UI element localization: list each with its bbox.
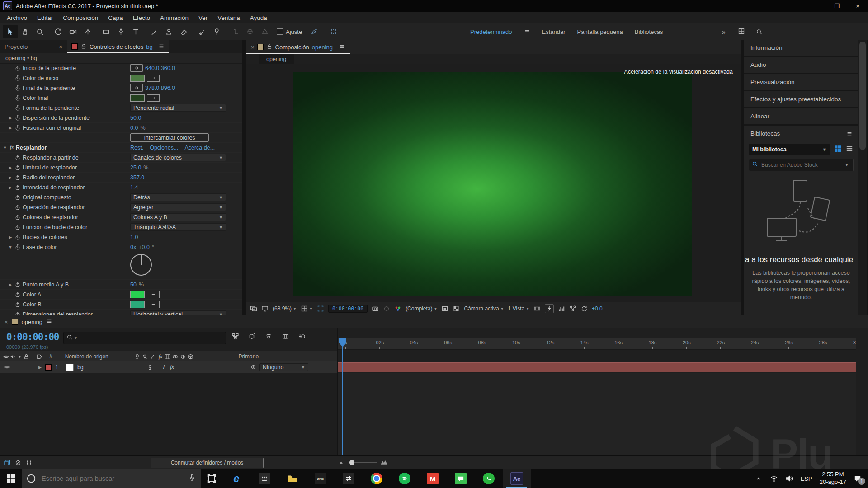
hidden-icons-chevron[interactable] — [755, 474, 763, 483]
effects-switch[interactable]: fx — [170, 364, 174, 371]
braces-button-icon[interactable] — [25, 459, 33, 466]
flowchart-icon[interactable] — [231, 333, 239, 340]
take-snapshot[interactable] — [372, 305, 379, 312]
show-channel[interactable] — [394, 305, 401, 312]
composition-image[interactable] — [293, 72, 692, 296]
roto-brush-tool[interactable] — [194, 25, 209, 38]
angle-dial[interactable] — [130, 254, 152, 276]
property-value[interactable]: 1.4 — [130, 184, 138, 191]
main-view-toggle[interactable] — [261, 305, 269, 312]
property-dropdown[interactable]: Canales de colores▼ — [130, 154, 226, 161]
close-icon[interactable]: × — [5, 319, 8, 325]
grid-view-icon[interactable] — [834, 145, 842, 153]
solo-column-icon[interactable] — [16, 353, 23, 360]
taskbar-app-sync-arrows[interactable] — [335, 469, 363, 488]
workspace-estándar[interactable]: Estándar — [542, 28, 566, 35]
property-dropdown[interactable]: Agregar▼ — [130, 203, 226, 211]
flowchart-button[interactable] — [569, 305, 576, 312]
stopwatch-icon[interactable] — [14, 85, 21, 91]
libraries-menu-icon[interactable] — [846, 131, 853, 137]
lock-icon[interactable] — [266, 43, 273, 50]
speaker-column-icon[interactable] — [9, 353, 16, 360]
maximize-button[interactable]: ❐ — [826, 0, 847, 12]
scrollbar-thumb[interactable] — [859, 42, 866, 150]
layer-expander-icon[interactable]: ▶ — [38, 365, 42, 370]
workspace-bar-icon[interactable] — [738, 28, 745, 35]
lock-column-icon[interactable] — [23, 353, 30, 360]
motion-blur-icon[interactable] — [298, 333, 306, 340]
close-icon[interactable]: × — [59, 43, 62, 50]
property-value[interactable]: 50.0 — [130, 115, 141, 121]
adobe-stock-search[interactable]: ▼ — [749, 159, 854, 171]
color-swatch[interactable] — [130, 75, 145, 82]
stopwatch-icon[interactable] — [14, 204, 21, 211]
exposure-value[interactable]: +0.0 — [592, 305, 603, 312]
workspace-bibliotecas[interactable]: Bibliotecas — [635, 28, 663, 35]
stopwatch-icon[interactable] — [14, 125, 21, 131]
effect-link-acercade[interactable]: Acerca de... — [184, 145, 215, 151]
microphone-icon[interactable] — [188, 474, 196, 482]
stopwatch-icon[interactable] — [14, 105, 21, 111]
taskbar-app-zinio[interactable]: zinio — [307, 469, 335, 488]
layer-duration-bar[interactable] — [338, 362, 856, 372]
menu-ayuda[interactable]: Ayuda — [245, 12, 272, 23]
panel-menu-icon[interactable] — [158, 43, 165, 49]
panel-efectos-y-ajustes-preestablecidos[interactable]: Efectos y ajustes preestablecidos — [744, 91, 858, 108]
swap-colors-button[interactable]: Intercambiar colores — [130, 133, 209, 142]
property-value[interactable]: 357.0 — [130, 174, 144, 181]
layer-label-swatch[interactable] — [45, 364, 52, 371]
panel-audio[interactable]: Audio — [744, 57, 858, 74]
zoom-slider-thumb[interactable] — [349, 460, 354, 465]
minimize-button[interactable]: − — [806, 0, 826, 12]
view-layout-dropdown[interactable]: 1 Vista▼ — [508, 305, 529, 312]
property-value[interactable]: 640.0,360.0 — [145, 65, 175, 71]
pixel-aspect-toggle[interactable] — [533, 305, 541, 312]
expander-icon[interactable]: ▶ — [7, 175, 14, 180]
layer-row-bg[interactable]: ▶1bg/fxNinguno▼ — [0, 361, 337, 373]
search-scope-dropdown[interactable]: ▼ — [842, 160, 851, 169]
show-snapshot[interactable] — [383, 305, 390, 312]
camera-tool[interactable] — [66, 25, 80, 38]
region-of-interest[interactable] — [317, 305, 324, 312]
expander-icon[interactable]: ▶ — [7, 185, 14, 190]
stopwatch-icon[interactable] — [14, 214, 21, 221]
camera-dropdown[interactable]: Cámara activa▼ — [464, 305, 504, 312]
current-time-display[interactable]: 0:00:00:00 — [6, 332, 59, 343]
taskbar-app-explorer[interactable] — [278, 469, 307, 488]
composition-viewer[interactable]: Aceleración de la visualización desactiv… — [246, 64, 741, 302]
start-button[interactable] — [0, 469, 22, 488]
color-swatch[interactable] — [130, 301, 145, 308]
taskbar-app-messenger-green[interactable] — [447, 469, 475, 488]
pan-behind-tool[interactable] — [80, 25, 95, 38]
layers-blue-button-icon[interactable] — [4, 459, 11, 466]
magnification-dropdown[interactable]: (68.9%)▼ — [273, 305, 297, 312]
selection-tool[interactable] — [3, 25, 18, 38]
panel-informacion[interactable]: Información — [744, 40, 858, 57]
target-region[interactable] — [441, 305, 448, 312]
windows-search-input[interactable] — [41, 474, 184, 483]
layer-name[interactable]: bg — [77, 364, 84, 371]
list-view-icon[interactable] — [845, 145, 854, 153]
zoom-in-icon[interactable] — [380, 458, 388, 466]
circle-slash-button-icon[interactable] — [14, 459, 22, 466]
tab-project[interactable]: Proyecto × — [0, 40, 67, 53]
expander-icon[interactable]: ▼ — [2, 145, 8, 150]
windows-search-bar[interactable] — [22, 469, 201, 488]
eyedropper-ramp-icon[interactable] — [147, 291, 160, 298]
lock-icon[interactable] — [80, 43, 87, 49]
close-button[interactable]: × — [847, 0, 868, 12]
property-dropdown[interactable]: Pendiente radial▼ — [130, 104, 226, 112]
taskbar-app-chrome[interactable] — [363, 469, 391, 488]
stopwatch-icon[interactable] — [14, 155, 21, 161]
property-value[interactable]: 50 — [130, 282, 137, 288]
library-select[interactable]: Mi biblioteca▼ — [749, 144, 830, 155]
effect-link-opciones[interactable]: Opciones... — [150, 145, 178, 151]
menu-ver[interactable]: Ver — [193, 12, 212, 23]
color-swatch[interactable] — [130, 291, 145, 298]
tab-timeline-opening[interactable]: opening — [22, 319, 42, 325]
time-ruler[interactable]: 0s02s04s06s08s10s12s14s16s18s20s22s24s26… — [338, 338, 856, 350]
taskbar-app-keypad[interactable] — [250, 469, 278, 488]
parent-column[interactable]: Primario — [238, 353, 259, 360]
menu-capa[interactable]: Capa — [103, 12, 127, 23]
panel-menu-icon[interactable] — [46, 318, 52, 324]
